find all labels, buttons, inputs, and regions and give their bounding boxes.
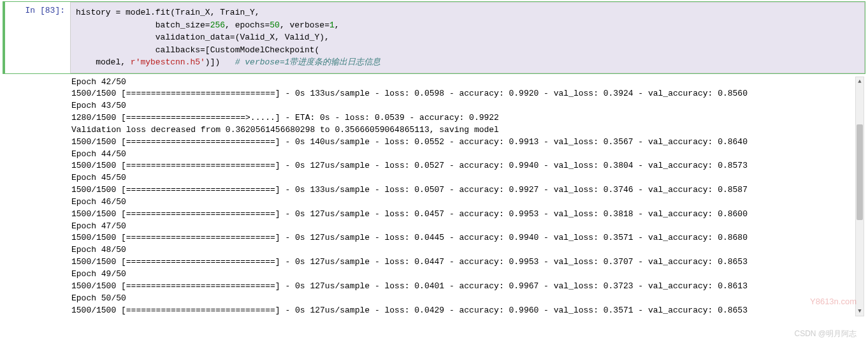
prompt-number: 83 <box>45 6 55 15</box>
input-prompt: In [83]: <box>5 2 70 73</box>
scroll-thumb[interactable] <box>857 124 863 220</box>
prompt-bracket-open: [ <box>40 6 45 15</box>
prompt-bracket-close: ]: <box>55 6 65 15</box>
scroll-down-icon[interactable]: ▼ <box>856 307 864 316</box>
output-text[interactable]: Epoch 42/50 1500/1500 [=================… <box>70 74 865 320</box>
input-cell: In [83]: history = model.fit(Train_X, Tr… <box>3 1 865 74</box>
scroll-up-icon[interactable]: ▲ <box>856 77 864 86</box>
prompt-in-label: In <box>25 6 40 15</box>
code-input[interactable]: history = model.fit(Train_X, Train_Y, ba… <box>70 2 865 73</box>
output-prompt-gutter <box>3 74 70 320</box>
watermark-csdn: CSDN @明月阿志 <box>794 329 857 339</box>
output-scrollbar[interactable]: ▲ ▼ <box>855 77 864 317</box>
output-cell: Epoch 42/50 1500/1500 [=================… <box>3 74 865 320</box>
